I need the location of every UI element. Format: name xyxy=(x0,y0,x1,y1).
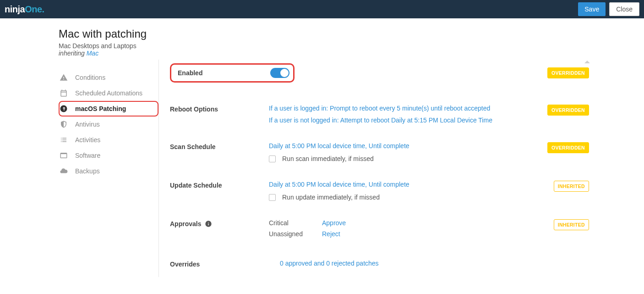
scan-schedule-row: Scan Schedule Daily at 5:00 PM local dev… xyxy=(170,137,589,175)
toggle-knob xyxy=(280,69,289,77)
approval-category: Critical xyxy=(269,219,322,227)
status-badge: INHERITED xyxy=(554,181,589,192)
sidebar-item-scheduled-automations[interactable]: Scheduled Automations xyxy=(59,85,158,101)
list-icon xyxy=(60,136,68,144)
scan-missed-label: Run scan immediately, if missed xyxy=(282,155,374,162)
sidebar-item-label: Activities xyxy=(75,136,100,144)
sidebar-item-label: Conditions xyxy=(75,74,105,81)
update-schedule-label: Update Schedule xyxy=(170,181,269,189)
subtitle-prefix: Mac Desktops and Laptops xyxy=(59,42,136,50)
enabled-toggle[interactable] xyxy=(270,68,289,78)
status-badge: INHERITED xyxy=(554,219,589,230)
logo: ninjaOne. xyxy=(5,4,44,15)
parent-link[interactable]: Mac xyxy=(87,50,98,57)
close-button[interactable]: Close xyxy=(609,2,639,16)
sidebar-item-activities[interactable]: Activities xyxy=(59,132,158,148)
approval-category: Unassigned xyxy=(269,230,322,238)
enabled-box: Enabled xyxy=(170,63,295,83)
update-schedule-link[interactable]: Daily at 5:00 PM local device time, Unti… xyxy=(269,181,548,188)
inheriting-word: inheriting xyxy=(59,50,87,57)
update-missed-checkbox[interactable] xyxy=(269,194,276,201)
content-area: Enabled OVERRIDDEN Reboot Options If a u… xyxy=(158,60,589,277)
shield-icon xyxy=(60,120,68,128)
warning-icon xyxy=(60,73,68,82)
overrides-label: Overrides xyxy=(170,260,269,268)
enabled-row: Enabled OVERRIDDEN xyxy=(170,60,589,99)
approval-action-link[interactable]: Reject xyxy=(322,230,346,238)
sidebar-item-macos-patching[interactable]: macOS Patching xyxy=(59,101,158,116)
reboot-options-label: Reboot Options xyxy=(170,105,269,113)
status-badge: OVERRIDDEN xyxy=(547,67,589,78)
scroll-up-caret[interactable] xyxy=(584,61,590,63)
sidebar-item-antivirus[interactable]: Antivirus xyxy=(59,116,158,132)
sidebar-item-software[interactable]: Software xyxy=(59,148,158,163)
sidebar-item-label: Backups xyxy=(75,167,100,175)
status-badge: OVERRIDDEN xyxy=(547,105,589,116)
save-button[interactable]: Save xyxy=(578,2,606,16)
patch-icon xyxy=(60,105,68,113)
overrides-link[interactable]: 0 approved and 0 rejected patches xyxy=(280,260,548,267)
overrides-row: Overrides 0 approved and 0 rejected patc… xyxy=(170,254,589,268)
logo-one: One xyxy=(25,4,42,15)
logo-ninja: ninja xyxy=(5,4,25,15)
sidebar-item-backups[interactable]: Backups xyxy=(59,163,158,179)
page-subtitle: Mac Desktops and Laptops inheriting Mac xyxy=(59,42,158,57)
scan-schedule-label: Scan Schedule xyxy=(170,142,269,150)
sidebar-item-conditions[interactable]: Conditions xyxy=(59,70,158,85)
sidebar-item-label: Software xyxy=(75,152,100,159)
sidebar-item-label: Antivirus xyxy=(75,121,100,128)
scan-schedule-link[interactable]: Daily at 5:00 PM local device time, Unti… xyxy=(269,142,548,150)
top-bar: ninjaOne. Save Close xyxy=(0,0,644,18)
sidebar-item-label: macOS Patching xyxy=(75,105,126,112)
reboot-not-logged-in-link[interactable]: If a user is not logged in: Attempt to r… xyxy=(269,116,548,124)
update-schedule-row: Update Schedule Daily at 5:00 PM local d… xyxy=(170,175,589,214)
approvals-label: Approvals xyxy=(170,220,201,227)
info-icon[interactable] xyxy=(205,220,212,227)
reboot-options-row: Reboot Options If a user is logged in: P… xyxy=(170,99,589,137)
scan-missed-checkbox[interactable] xyxy=(269,155,276,162)
status-badge: OVERRIDDEN xyxy=(547,142,589,153)
sidebar-item-label: Scheduled Automations xyxy=(75,89,142,97)
reboot-logged-in-link[interactable]: If a user is logged in: Prompt to reboot… xyxy=(269,105,548,112)
cloud-icon xyxy=(60,167,68,175)
update-missed-label: Run update immediately, if missed xyxy=(282,194,380,201)
logo-dot: . xyxy=(42,4,44,15)
calendar-icon xyxy=(60,89,68,97)
approvals-row: Approvals Critical Unassigned Approve Re… xyxy=(170,214,589,254)
page-title: Mac with patching xyxy=(59,28,158,40)
sidebar-nav: Conditions Scheduled Automations macOS P… xyxy=(59,70,158,179)
approval-action-link[interactable]: Approve xyxy=(322,219,346,227)
window-icon xyxy=(60,151,68,160)
enabled-label: Enabled xyxy=(178,69,202,77)
